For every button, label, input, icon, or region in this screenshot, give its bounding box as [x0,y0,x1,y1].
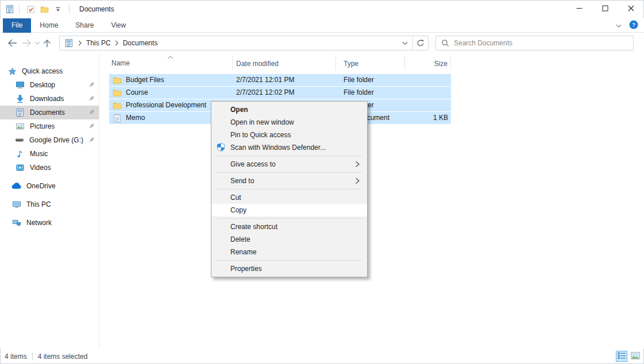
column-headers: NameDate modifiedTypeSize [109,56,451,70]
details-view-icon [618,352,626,361]
menu-item-pin-to-quick-access[interactable]: Pin to Quick access [211,129,367,141]
minimize-button[interactable] [566,0,592,18]
sidebar-item-label: Desktop [30,81,55,89]
type-cell: File folder [336,87,405,99]
breadcrumb-segment-this-pc[interactable]: This PC [86,39,111,47]
tab-home[interactable]: Home [31,18,67,33]
forward-button[interactable] [21,36,32,50]
tab-view[interactable]: View [102,18,134,33]
sidebar-item-downloads[interactable]: Downloads [0,92,99,106]
menu-item-properties[interactable]: Properties [211,262,367,275]
close-button[interactable] [618,0,644,18]
recent-locations-dropdown-icon[interactable] [34,36,40,50]
breadcrumb-segment-documents[interactable]: Documents [123,39,158,47]
sidebar-item-label: Documents [30,109,65,117]
sidebar-item-quick-access[interactable]: Quick access [0,64,99,78]
address-dropdown-icon[interactable] [398,36,412,50]
file-name: Memo [126,112,145,124]
column-header-name[interactable]: Name [109,56,233,70]
sidebar-item-google-drive-g[interactable]: Google Drive (G:) [0,133,99,147]
column-header-label: Date modified [236,60,279,68]
document-icon [15,108,25,117]
sidebar-item-documents[interactable]: Documents [0,106,99,119]
column-header-size[interactable]: Size [405,56,451,70]
sidebar-item-this-pc[interactable]: This PC [0,198,99,211]
column-header-label: Type [344,60,358,68]
menu-separator [217,218,362,219]
address-bar[interactable]: This PCDocuments [59,36,429,51]
sidebar-item-label: Network [26,219,52,227]
search-input[interactable] [454,37,633,49]
qat-properties-icon[interactable] [25,4,36,14]
menu-item-label: Properties [230,265,262,273]
menu-item-label: Open in new window [230,118,294,126]
file-name-cell: Course [109,87,233,99]
menu-separator [217,172,362,173]
qat-customize-dropdown-icon[interactable] [53,4,63,14]
menu-item-send-to[interactable]: Send to [211,175,367,187]
sidebar-item-label: Downloads [30,95,64,103]
sort-ascending-icon [167,56,173,59]
drive-icon [15,135,25,145]
menu-item-label: Send to [230,177,254,185]
file-name: Professional Development [126,99,206,111]
menu-item-create-shortcut[interactable]: Create shortcut [211,220,367,233]
search-icon [441,39,449,47]
sidebar-item-network[interactable]: Network [0,216,99,230]
back-button[interactable] [7,36,18,50]
qat-new-folder-icon[interactable] [39,4,49,14]
collapse-ribbon-icon[interactable] [616,22,622,30]
maximize-button[interactable] [592,0,618,18]
breadcrumb-chevron-icon [115,40,119,46]
folder-icon [113,101,122,110]
this-pc-icon [11,200,22,209]
svg-text:?: ? [632,21,635,28]
music-icon [15,149,25,158]
file-row-budget-files[interactable]: Budget Files2/7/2021 12:01 PMFile folder [109,74,451,86]
up-button[interactable] [43,36,52,50]
sidebar-item-label: This PC [26,200,51,208]
menu-item-label: Cut [230,193,241,202]
menu-item-open-in-new-window[interactable]: Open in new window [211,116,367,129]
date-modified-cell: 2/7/2021 12:01 PM [233,74,336,86]
column-header-type[interactable]: Type [336,56,405,70]
sidebar-item-desktop[interactable]: Desktop [0,78,99,92]
file-row-course[interactable]: Course2/7/2021 12:02 PMFile folder [109,87,451,99]
thumbnail-view-button[interactable] [630,351,641,362]
window-title: Documents [79,5,114,13]
menu-separator [217,156,362,156]
size-cell: 1 KB [405,112,451,124]
window-icon [5,4,15,14]
help-icon[interactable]: ? [629,20,638,31]
pin-icon [88,82,95,88]
sidebar-item-pictures[interactable]: Pictures [0,119,99,133]
menu-item-scan-with-windows-defender[interactable]: Scan with Windows Defender... [211,141,367,154]
submenu-arrow-icon [355,161,360,168]
sidebar-item-videos[interactable]: Videos [0,161,99,175]
menu-item-label: Delete [230,235,250,243]
selection-count: 4 items selected [38,353,88,361]
pin-icon [88,123,95,130]
menu-item-copy[interactable]: Copy [211,204,367,216]
close-icon [628,5,634,13]
tab-share[interactable]: Share [67,18,102,33]
refresh-icon[interactable] [413,36,428,50]
folder-icon [113,88,122,98]
column-header-date-modified[interactable]: Date modified [233,56,336,70]
file-list-pane: NameDate modifiedTypeSize Budget Files2/… [99,53,644,348]
menu-item-rename[interactable]: Rename [211,246,367,258]
menu-item-delete[interactable]: Delete [211,233,367,246]
sidebar-item-label: OneDrive [26,182,56,190]
menu-item-give-access-to[interactable]: Give access to [211,158,367,171]
status-bar: 4 items 4 items selected [0,348,644,364]
size-cell [405,99,451,111]
status-divider [32,353,33,361]
tab-file[interactable]: File [3,18,31,33]
menu-item-cut[interactable]: Cut [211,191,367,204]
sidebar-item-onedrive[interactable]: OneDrive [0,179,99,193]
details-view-button[interactable] [616,351,627,362]
onedrive-icon [11,183,22,189]
sidebar-item-label: Pictures [30,122,55,130]
menu-item-open[interactable]: Open [211,103,367,116]
sidebar-item-music[interactable]: Music [0,147,99,161]
